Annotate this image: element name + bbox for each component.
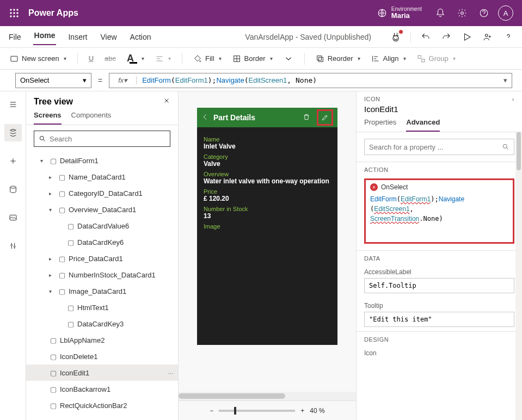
new-screen-button[interactable]: New screen▾ bbox=[8, 53, 69, 64]
rail-data-icon[interactable] bbox=[4, 181, 22, 198]
rail-advanced-icon[interactable] bbox=[4, 237, 22, 255]
border-button[interactable]: Border▾ bbox=[230, 53, 275, 64]
tab-advanced[interactable]: Advanced bbox=[406, 118, 440, 132]
onselect-code[interactable]: EditForm(EditForm1);Navigate (EditScreen… bbox=[370, 194, 508, 224]
tree-title: Tree view bbox=[34, 97, 73, 107]
app-checker-icon[interactable] bbox=[390, 31, 402, 43]
tree-node[interactable]: ▢DataCardKey6 bbox=[26, 234, 178, 250]
search-icon bbox=[502, 143, 509, 151]
property-search[interactable] bbox=[364, 139, 514, 155]
tree-node[interactable]: ▾▢Image_DataCard1 bbox=[26, 283, 178, 299]
share-icon[interactable] bbox=[482, 31, 494, 43]
font-color-button[interactable]: A▾ bbox=[125, 52, 146, 65]
edit-icon-selected[interactable] bbox=[317, 109, 333, 126]
trash-icon[interactable] bbox=[303, 113, 310, 122]
redo-icon[interactable] bbox=[440, 31, 452, 43]
strikethrough-button[interactable]: abc bbox=[102, 53, 118, 64]
property-search-input[interactable] bbox=[369, 143, 499, 151]
close-icon[interactable] bbox=[163, 97, 170, 107]
field-value: Water inlet valve with one-way operation bbox=[204, 177, 331, 185]
align-objects-button[interactable]: Align▾ bbox=[369, 53, 408, 64]
chevron-right-icon[interactable]: › bbox=[512, 96, 514, 102]
zoom-out-icon[interactable]: − bbox=[210, 407, 213, 415]
svg-rect-14 bbox=[11, 56, 17, 61]
menu-insert[interactable]: Insert bbox=[67, 30, 88, 44]
waffle-icon[interactable] bbox=[5, 9, 23, 17]
zoom-bar: − + 40 % bbox=[179, 400, 356, 420]
svg-rect-16 bbox=[317, 55, 321, 60]
fill-button[interactable]: Fill▾ bbox=[191, 53, 224, 64]
menu-help-icon[interactable] bbox=[502, 31, 514, 43]
svg-point-4 bbox=[14, 13, 15, 14]
accessiblelabel-input[interactable]: Self.Tooltip bbox=[364, 278, 514, 293]
undo-icon[interactable] bbox=[420, 31, 432, 43]
zoom-percent: 40 % bbox=[310, 407, 324, 415]
tree-node[interactable]: ▸▢Name_DataCard1 bbox=[26, 169, 178, 185]
rail-media-icon[interactable] bbox=[4, 209, 22, 226]
reorder-button[interactable]: Reorder▾ bbox=[314, 53, 363, 64]
environment-picker[interactable]: Environment Maria bbox=[370, 6, 429, 20]
property-dropdown[interactable]: OnSelect▾ bbox=[15, 73, 91, 88]
menu-home[interactable]: Home bbox=[33, 29, 57, 45]
formula-input[interactable]: fx ▾ EditForm(EditForm1);Navigate(EditSc… bbox=[109, 73, 512, 88]
vertical-scrollbar[interactable] bbox=[515, 132, 522, 420]
svg-point-0 bbox=[10, 9, 11, 10]
tooltip-label: Tooltip bbox=[357, 298, 522, 312]
tree-node[interactable]: ▢LblAppName2 bbox=[26, 332, 178, 348]
play-icon[interactable] bbox=[461, 31, 473, 43]
menubar: File Home Insert View Action VanArsdelAp… bbox=[0, 26, 522, 48]
more-format-button[interactable] bbox=[281, 53, 296, 65]
tree-node[interactable]: ▾▢Overview_DataCard1 bbox=[26, 201, 178, 218]
app-title: Power Apps bbox=[28, 8, 78, 18]
tree-node[interactable]: ▾▢DetailForm1 bbox=[26, 152, 178, 169]
formula-expand-icon[interactable]: ▾ bbox=[499, 76, 512, 84]
align-text-button[interactable]: ▾ bbox=[153, 53, 173, 64]
tree-node[interactable]: ▢IconBackarrow1 bbox=[26, 381, 178, 397]
tree-node[interactable]: ▢DataCardKey3 bbox=[26, 316, 178, 332]
tooltip-input[interactable]: "Edit this item" bbox=[364, 312, 514, 327]
underline-button[interactable]: U bbox=[87, 53, 96, 64]
formula-text[interactable]: EditForm(EditForm1);Navigate(EditScreen1… bbox=[137, 76, 499, 84]
tree-node[interactable]: ▢HtmlText1 bbox=[26, 299, 178, 316]
chevron-down-icon: ▾ bbox=[83, 76, 87, 84]
tree-node[interactable]: ▸▢CategoryID_DataCard1 bbox=[26, 185, 178, 201]
tab-properties[interactable]: Properties bbox=[364, 118, 396, 132]
help-icon[interactable] bbox=[473, 0, 495, 26]
group-button[interactable]: Group▾ bbox=[415, 53, 458, 64]
horizontal-scrollbar[interactable] bbox=[179, 392, 356, 400]
zoom-in-icon[interactable]: + bbox=[300, 407, 304, 415]
rail-hamburger-icon[interactable] bbox=[4, 96, 22, 113]
tree-node[interactable]: ▢IconDelete1 bbox=[26, 348, 178, 365]
tree-node[interactable]: ▸▢Price_DataCard1 bbox=[26, 250, 178, 267]
onselect-property[interactable]: ×OnSelect EditForm(EditForm1);Navigate (… bbox=[364, 178, 514, 244]
field-label: Overview bbox=[204, 171, 331, 177]
tree-node[interactable]: ▢DataCardValue6 bbox=[26, 218, 178, 234]
rail-tree-icon[interactable] bbox=[4, 124, 22, 141]
tree-search-input[interactable] bbox=[50, 135, 165, 143]
svg-point-5 bbox=[17, 13, 18, 14]
rail-insert-icon[interactable] bbox=[4, 152, 22, 170]
tree-node[interactable]: ▢RectQuickActionBar2 bbox=[26, 397, 178, 413]
notifications-icon[interactable] bbox=[429, 0, 451, 26]
menu-action[interactable]: Action bbox=[129, 30, 152, 44]
tab-screens[interactable]: Screens bbox=[34, 111, 62, 125]
zoom-slider[interactable] bbox=[219, 410, 295, 412]
tree-search[interactable] bbox=[34, 131, 170, 147]
screen-title: Part Details bbox=[213, 113, 298, 122]
section-design: DESIGN bbox=[357, 331, 522, 345]
gear-icon[interactable] bbox=[451, 0, 473, 26]
svg-point-10 bbox=[461, 12, 464, 15]
avatar[interactable]: A bbox=[495, 0, 517, 26]
field-label: Name bbox=[204, 136, 331, 143]
tree-node[interactable]: ▢IconEdit1··· bbox=[26, 365, 178, 381]
menu-file[interactable]: File bbox=[8, 30, 22, 44]
menu-view[interactable]: View bbox=[99, 30, 118, 44]
svg-point-1 bbox=[14, 9, 15, 10]
tree-node[interactable]: ▸▢NumberInStock_DataCard1 bbox=[26, 267, 178, 283]
document-title: VanArsdelApp - Saved (Unpublished) bbox=[245, 33, 371, 41]
tree-view-panel: Tree view Screens Components ▾▢DetailFor… bbox=[26, 91, 179, 420]
back-icon[interactable] bbox=[201, 113, 209, 122]
svg-point-13 bbox=[486, 34, 488, 36]
tab-components[interactable]: Components bbox=[71, 111, 112, 125]
svg-point-12 bbox=[393, 35, 398, 41]
